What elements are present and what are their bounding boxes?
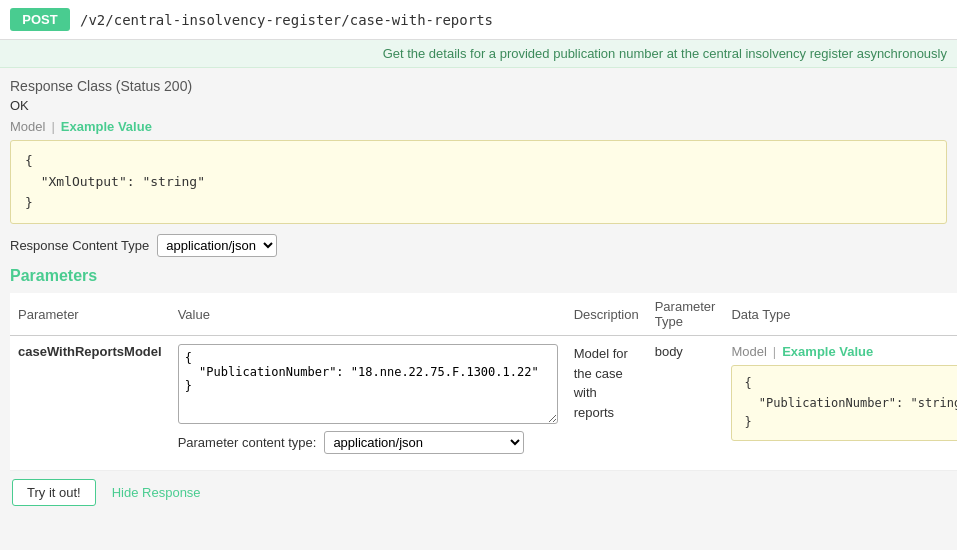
param-content-type-row: Parameter content type: application/json <box>178 427 558 462</box>
param-content-type-label: Parameter content type: <box>178 435 317 450</box>
param-value-input[interactable]: { "PublicationNumber": "18.nne.22.75.F.1… <box>178 344 558 424</box>
main-content: Response Class (Status 200) OK Model | E… <box>0 68 957 524</box>
dt-code-block: { "PublicationNumber": "string" } <box>731 365 957 441</box>
model-label: Model <box>10 119 45 134</box>
response-content-type-select[interactable]: application/json <box>157 234 277 257</box>
dt-example-value-link[interactable]: Example Value <box>782 344 873 359</box>
col-header-data-type: Data Type <box>723 293 957 336</box>
param-name: caseWithReportsModel <box>18 344 162 359</box>
parameters-section: Parameters Parameter Value Description P… <box>10 267 947 471</box>
col-header-parameter-type: Parameter Type <box>647 293 724 336</box>
endpoint-path: /v2/central-insolvency-register/case-wit… <box>80 12 493 28</box>
response-content-type-row: Response Content Type application/json <box>10 234 947 257</box>
param-content-type-select[interactable]: application/json <box>324 431 524 454</box>
data-type-cell: Model | Example Value { "PublicationNumb… <box>723 336 957 471</box>
parameters-table: Parameter Value Description Parameter Ty… <box>10 293 957 471</box>
response-content-type-label: Response Content Type <box>10 238 149 253</box>
method-badge: POST <box>10 8 70 31</box>
dt-model-label: Model <box>731 344 766 359</box>
response-code-block: { "XmlOutput": "string" } <box>10 140 947 224</box>
col-header-parameter: Parameter <box>10 293 170 336</box>
response-class-title: Response Class (Status 200) <box>10 78 947 94</box>
data-type-model-toggle: Model | Example Value <box>731 344 957 359</box>
example-value-link[interactable]: Example Value <box>61 119 152 134</box>
col-header-description: Description <box>566 293 647 336</box>
status-text: OK <box>10 98 947 113</box>
param-type: body <box>655 344 683 359</box>
table-row: caseWithReportsModel { "PublicationNumbe… <box>10 336 957 471</box>
param-description: Model for the case with reports <box>574 344 639 422</box>
model-toggle: Model | Example Value <box>10 119 947 134</box>
col-header-value: Value <box>170 293 566 336</box>
parameters-title: Parameters <box>10 267 947 285</box>
description-bar: Get the details for a provided publicati… <box>0 40 957 68</box>
try-it-button[interactable]: Try it out! <box>12 479 96 506</box>
response-class-section: Response Class (Status 200) OK Model | E… <box>10 78 947 224</box>
top-bar: POST /v2/central-insolvency-register/cas… <box>0 0 957 40</box>
description-text: Get the details for a provided publicati… <box>383 46 947 61</box>
bottom-bar: Try it out! Hide Response <box>10 471 947 514</box>
hide-response-link[interactable]: Hide Response <box>112 485 201 500</box>
